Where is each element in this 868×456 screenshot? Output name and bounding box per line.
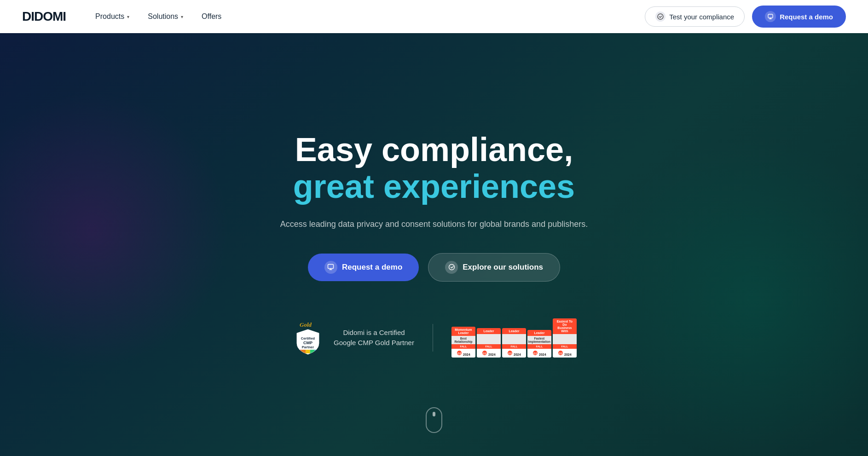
scroll-indicator[interactable] <box>426 407 442 433</box>
g2-badge-2-season: FALL <box>477 344 501 349</box>
g2-badge-2-year: G2 2024 <box>477 349 501 358</box>
svg-rect-13 <box>314 350 319 353</box>
g2-badge-4-top: Leader <box>527 330 551 336</box>
svg-text:G2: G2 <box>483 352 487 355</box>
nav-offers-label: Offers <box>202 12 221 21</box>
nav-links: Products ▾ Solutions ▾ Offers <box>88 9 645 24</box>
svg-rect-12 <box>310 350 315 353</box>
nav-solutions[interactable]: Solutions ▾ <box>140 9 191 24</box>
g2-badge-4: Leader FastestImplementation FALL G2 202… <box>527 330 551 358</box>
g2-badge-1-season: FALL <box>451 344 475 349</box>
g2-badge-2-category <box>477 334 501 344</box>
navbar-actions: Test your compliance Request a demo <box>645 6 846 28</box>
g2-badge-5: Easiest To DoBusiness With FALL G2 2024 <box>553 318 577 358</box>
google-cmp-line1: Didomi is a Certified <box>334 328 414 338</box>
svg-rect-10 <box>301 350 306 353</box>
svg-text:Partner: Partner <box>302 345 314 349</box>
svg-text:Gold: Gold <box>300 321 312 328</box>
svg-rect-9 <box>297 350 301 353</box>
google-cmp-text: Didomi is a Certified Google CMP Gold Pa… <box>334 328 414 348</box>
google-cmp-section: Gold Certified <box>291 319 414 356</box>
nav-products[interactable]: Products ▾ <box>88 9 137 24</box>
nav-offers[interactable]: Offers <box>194 9 229 24</box>
demo-button-nav[interactable]: Request a demo <box>752 6 846 28</box>
compliance-button[interactable]: Test your compliance <box>645 6 745 27</box>
svg-point-3 <box>449 265 454 270</box>
g2-badge-1-category: BestRelationship <box>451 336 475 344</box>
trust-divider <box>433 324 433 352</box>
svg-text:G2: G2 <box>457 352 462 355</box>
g2-badge-4-category: FastestImplementation <box>527 336 551 344</box>
trust-bar: Gold Certified <box>291 318 577 358</box>
hero-buttons: Request a demo Explore our solutions <box>308 253 560 282</box>
g2-badge-1-year: G2 2024 <box>451 349 475 358</box>
hero-solutions-icon <box>445 261 458 274</box>
svg-text:G2: G2 <box>508 352 512 355</box>
hero-demo-icon <box>324 261 337 274</box>
google-cmp-line2: Google CMP Gold Partner <box>334 338 414 348</box>
g2-badge-2-top: Leader <box>477 328 501 334</box>
svg-text:CMP: CMP <box>303 341 312 345</box>
hero-title-line2: great experiences <box>293 168 575 205</box>
demo-button-nav-label: Request a demo <box>780 13 833 21</box>
g2-badge-5-year: G2 2024 <box>553 349 577 358</box>
hero-demo-button-label: Request a demo <box>342 263 402 272</box>
svg-point-0 <box>658 14 663 19</box>
g2-badge-2: Leader FALL G2 2024 <box>477 328 501 358</box>
hero-solutions-button-label: Explore our solutions <box>463 263 543 272</box>
svg-rect-1 <box>768 14 773 18</box>
svg-rect-11 <box>306 350 310 353</box>
hero-solutions-button[interactable]: Explore our solutions <box>428 253 560 282</box>
hero-title-line1: Easy compliance, <box>295 132 573 168</box>
navbar: DIDOMI Products ▾ Solutions ▾ Offers Tes… <box>0 0 868 33</box>
svg-text:G2: G2 <box>559 352 563 355</box>
cmp-badge-icon: Gold Certified <box>291 319 324 356</box>
g2-badges: MomentumLeader BestRelationship FALL G2 … <box>451 318 577 358</box>
demo-icon <box>765 11 776 22</box>
g2-badge-3-season: FALL <box>502 344 526 349</box>
svg-text:Certified: Certified <box>301 336 315 341</box>
g2-badge-4-season: FALL <box>527 344 551 349</box>
compliance-button-label: Test your compliance <box>669 13 734 21</box>
hero-section: Easy compliance, great experiences Acces… <box>0 0 868 456</box>
products-chevron-icon: ▾ <box>127 14 129 19</box>
g2-badge-5-category <box>553 334 577 344</box>
g2-badge-1: MomentumLeader BestRelationship FALL G2 … <box>451 327 475 358</box>
brand-logo[interactable]: DIDOMI <box>22 9 66 24</box>
nav-products-label: Products <box>95 12 124 21</box>
g2-badge-1-top: MomentumLeader <box>451 327 475 336</box>
g2-badge-3-year: G2 2024 <box>502 349 526 358</box>
g2-badge-3-category <box>502 334 526 344</box>
g2-badge-5-season: FALL <box>553 344 577 349</box>
hero-content: Easy compliance, great experiences Acces… <box>262 132 606 357</box>
scroll-dot <box>433 412 435 416</box>
svg-text:G2: G2 <box>533 352 538 355</box>
svg-rect-2 <box>328 265 334 269</box>
g2-badge-4-year: G2 2024 <box>527 349 551 358</box>
compliance-icon <box>655 12 665 22</box>
solutions-chevron-icon: ▾ <box>181 14 183 19</box>
g2-badge-3-top: Leader <box>502 328 526 334</box>
g2-badge-5-top: Easiest To DoBusiness With <box>553 318 577 334</box>
g2-badge-3: Leader FALL G2 2024 <box>502 328 526 358</box>
hero-demo-button[interactable]: Request a demo <box>308 254 419 281</box>
hero-subtitle: Access leading data privacy and consent … <box>280 218 588 231</box>
nav-solutions-label: Solutions <box>148 12 178 21</box>
